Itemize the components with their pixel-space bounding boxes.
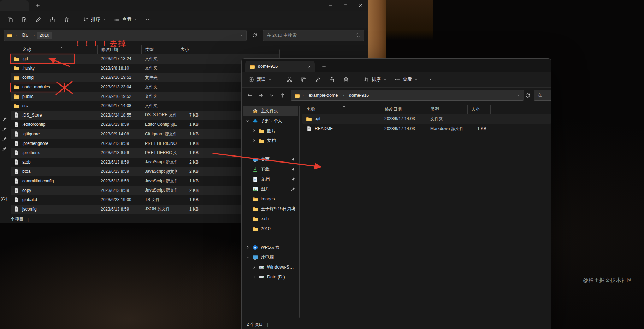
- column-header-date[interactable]: 修改日期: [97, 45, 141, 54]
- table-row[interactable]: .prettierrc 2023/6/13 8:59 PRETTIERRC 文件…: [11, 148, 280, 158]
- table-row[interactable]: public 2023/9/16 19:52 文件夹: [11, 92, 280, 101]
- chevron-icon[interactable]: [246, 187, 250, 191]
- search-input[interactable]: 在 2010 中搜索: [263, 30, 364, 41]
- search-input[interactable]: 在: [534, 90, 551, 101]
- maximize-button[interactable]: [338, 0, 353, 11]
- sidebar-item[interactable]: images: [243, 194, 298, 204]
- column-header-type[interactable]: 类型: [141, 45, 177, 54]
- chevron-icon[interactable]: [246, 227, 250, 231]
- tab-close-icon[interactable]: [21, 4, 25, 8]
- table-row[interactable]: .prettierignore 2023/6/13 8:59 PRETTIERI…: [11, 139, 280, 148]
- toolbar-button[interactable]: [45, 13, 59, 25]
- more-options-button[interactable]: [422, 74, 436, 86]
- sidebar-item[interactable]: 此电脑: [243, 252, 298, 262]
- sidebar-item[interactable]: 文档: [249, 136, 298, 146]
- address-bar[interactable]: › 高6 › 2010: [4, 30, 247, 41]
- address-dropdown-icon[interactable]: [240, 34, 243, 37]
- chevron-icon[interactable]: [246, 109, 250, 113]
- tab-current[interactable]: dome-916: [245, 61, 315, 72]
- chevron-right-icon[interactable]: [252, 275, 256, 279]
- breadcrumb-item-current[interactable]: dome-916: [347, 92, 371, 99]
- new-tab-button[interactable]: [319, 62, 329, 71]
- chevron-right-icon[interactable]: [252, 265, 256, 269]
- table-row[interactable]: global.d 2023/6/28 19:00 TS 文件 1 KB: [11, 195, 280, 205]
- sidebar-item[interactable]: [247, 150, 294, 150]
- chevron-right-icon[interactable]: [252, 139, 256, 143]
- table-row[interactable]: jsconfig 2023/6/13 8:59 JSON 源文件 1 KB: [11, 205, 280, 214]
- chevron-down-icon[interactable]: [246, 119, 250, 123]
- refresh-button[interactable]: [525, 90, 531, 101]
- more-options-button[interactable]: [141, 13, 155, 25]
- chevron-right-icon[interactable]: [246, 245, 250, 249]
- chevron-right-icon[interactable]: [252, 129, 256, 133]
- toolbar-button[interactable]: [17, 13, 31, 25]
- toolbar-button[interactable]: [339, 74, 353, 86]
- chevron-down-icon[interactable]: [246, 255, 250, 259]
- table-row[interactable]: .DS_Store 2023/8/24 18:55 DS_STORE 文件 7 …: [11, 111, 280, 120]
- tab-current[interactable]: [0, 0, 29, 11]
- toolbar-button[interactable]: [296, 74, 311, 86]
- new-button[interactable]: 新建: [244, 74, 276, 86]
- sidebar-item[interactable]: [247, 238, 294, 238]
- sidebar-item[interactable]: 桌面: [243, 154, 298, 164]
- table-row[interactable]: src 2023/9/17 14:08 文件夹: [11, 101, 280, 111]
- breadcrumb-item-current[interactable]: 2010: [37, 32, 52, 39]
- view-button[interactable]: 查看: [391, 74, 422, 86]
- toolbar-button[interactable]: [59, 13, 73, 25]
- sidebar-item[interactable]: 2010: [243, 224, 298, 234]
- chevron-icon[interactable]: [246, 167, 250, 171]
- sidebar-item[interactable]: Data (D:): [249, 272, 298, 282]
- tab-close-icon[interactable]: [308, 64, 312, 69]
- table-row[interactable]: .gitignore 2023/9/9 14:08 Git Ignore 源文件…: [11, 129, 280, 139]
- chevron-icon[interactable]: [246, 177, 250, 181]
- table-row[interactable]: .git 2023/9/17 14:03 文件夹: [302, 114, 551, 124]
- minimize-button[interactable]: [323, 0, 338, 11]
- toolbar-button[interactable]: [3, 13, 17, 25]
- nav-button[interactable]: [244, 90, 255, 101]
- chevron-icon[interactable]: [246, 217, 250, 221]
- chevron-icon[interactable]: [246, 207, 250, 211]
- toolbar-button[interactable]: [311, 74, 325, 86]
- table-row[interactable]: commitlint.config 2023/6/13 8:59 JavaScr…: [11, 176, 280, 186]
- column-header-type[interactable]: 类型: [427, 105, 467, 114]
- table-row[interactable]: .husky 2023/9/8 18:10 文件夹: [11, 64, 280, 73]
- toolbar-button[interactable]: [282, 74, 296, 86]
- close-button[interactable]: [353, 0, 368, 11]
- nav-button[interactable]: [255, 90, 266, 101]
- sort-button[interactable]: 排序: [360, 74, 391, 86]
- view-button[interactable]: 查看: [110, 13, 141, 25]
- table-row[interactable]: .editorconfig 2023/6/13 8:59 Editor Conf…: [11, 120, 280, 129]
- table-row[interactable]: atob 2023/6/13 8:59 JavaScript 源文件 2 KB: [11, 158, 280, 167]
- nav-button[interactable]: [266, 90, 277, 101]
- sidebar-item[interactable]: Windows-SSD (C:): [249, 262, 298, 272]
- breadcrumb-item[interactable]: example-dome: [306, 92, 341, 99]
- column-header-name[interactable]: 名称: [302, 105, 381, 114]
- sidebar-item[interactable]: 图片: [243, 184, 298, 194]
- address-dropdown-icon[interactable]: [517, 94, 520, 97]
- table-row[interactable]: .git 2023/9/17 13:24 文件夹: [11, 54, 280, 64]
- table-row[interactable]: copy 2023/6/13 8:59 JavaScript 源文件 2 KB: [11, 186, 280, 195]
- sidebar-item[interactable]: 王子辉9.15日周考: [243, 204, 298, 214]
- breadcrumb-item[interactable]: 高6: [19, 31, 31, 40]
- column-header-size[interactable]: 大小: [177, 45, 203, 54]
- refresh-button[interactable]: [249, 30, 260, 41]
- new-tab-button[interactable]: [33, 1, 42, 10]
- sidebar-item[interactable]: 文档: [243, 174, 298, 184]
- chevron-icon[interactable]: [246, 197, 250, 201]
- sidebar-item[interactable]: WPS云盘: [243, 242, 298, 252]
- column-header-name[interactable]: 名称: [11, 45, 97, 54]
- sidebar-item[interactable]: 子辉 - 个人: [243, 116, 298, 126]
- column-header-date[interactable]: 修改日期: [381, 105, 427, 114]
- column-header-size[interactable]: 大小: [467, 105, 491, 114]
- toolbar-button[interactable]: [31, 13, 45, 25]
- chevron-icon[interactable]: [246, 157, 250, 161]
- table-row[interactable]: node_modules 2023/9/13 23:04 文件夹: [11, 82, 280, 92]
- sidebar-item[interactable]: 主文件夹: [243, 106, 298, 116]
- sidebar-item[interactable]: 下载: [243, 164, 298, 174]
- sidebar-item[interactable]: .ssh: [243, 214, 298, 224]
- table-row[interactable]: config 2023/9/16 19:52 文件夹: [11, 73, 280, 82]
- sort-button[interactable]: 排序: [79, 13, 110, 25]
- address-bar[interactable]: › example-dome › dome-916: [291, 90, 524, 101]
- nav-button[interactable]: [277, 90, 288, 101]
- table-row[interactable]: README 2023/9/17 14:03 Markdown 源文件 1 KB: [302, 124, 551, 134]
